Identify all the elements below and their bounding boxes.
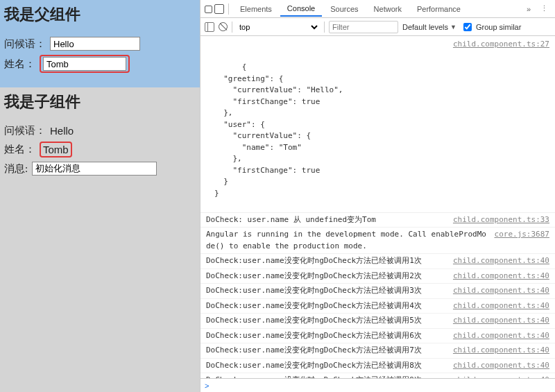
divider bbox=[228, 3, 229, 15]
log-source-link[interactable]: child.component.ts:27 bbox=[453, 39, 549, 51]
filter-input[interactable] bbox=[329, 21, 398, 33]
console-log-line: Angular is running in the development mo… bbox=[200, 228, 555, 254]
console-log-line: DoCheck:user.name没变化时ngDoCheck方法已经被调用5次c… bbox=[200, 314, 555, 329]
tab-network[interactable]: Network bbox=[367, 2, 409, 16]
tab-console[interactable]: Console bbox=[280, 1, 322, 17]
device-toggle-icon[interactable] bbox=[214, 4, 224, 14]
devtools-tabbar: Elements Console Sources Network Perform… bbox=[200, 0, 555, 18]
console-log-line: DoCheck:user.name没变化时ngDoCheck方法已经被调用9次c… bbox=[200, 373, 555, 378]
tab-elements[interactable]: Elements bbox=[233, 2, 279, 16]
log-object-text: { "greeting": { "currentValue": "Hello",… bbox=[214, 62, 343, 198]
log-source-link[interactable]: child.component.ts:40 bbox=[453, 360, 549, 372]
parent-greeting-input[interactable] bbox=[50, 37, 140, 51]
app-preview: 我是父组件 问候语： 姓名： 我是子组件 问候语： Hello 姓名： Tomb… bbox=[0, 0, 200, 392]
message-label: 消息: bbox=[4, 162, 28, 176]
log-message: DoCheck:user.name没变化时ngDoCheck方法已经被调用4次 bbox=[206, 300, 446, 312]
console-log-line: DoCheck:user.name没变化时ngDoCheck方法已经被调用6次c… bbox=[200, 329, 555, 344]
log-source-link[interactable]: child.component.ts:40 bbox=[453, 271, 549, 282]
kebab-icon[interactable]: ⋮ bbox=[536, 4, 552, 13]
console-log-line: DoCheck:user.name没变化时ngDoCheck方法已经被调用1次c… bbox=[200, 254, 555, 269]
child-greeting-value: Hello bbox=[50, 125, 74, 137]
parent-name-highlight bbox=[40, 55, 130, 73]
log-source-link[interactable]: child.component.ts:40 bbox=[453, 300, 549, 312]
parent-component: 我是父组件 问候语： 姓名： bbox=[0, 0, 200, 87]
name-label: 姓名： bbox=[4, 143, 35, 156]
more-tabs-icon[interactable]: » bbox=[522, 5, 535, 13]
parent-title: 我是父组件 bbox=[4, 0, 196, 35]
console-object-log: child.component.ts:27 { "greeting": { "c… bbox=[200, 36, 555, 213]
log-message: DoCheck:user.name没变化时ngDoCheck方法已经被调用5次 bbox=[206, 315, 446, 327]
child-message-row: 消息: bbox=[4, 160, 196, 178]
group-similar-checkbox[interactable] bbox=[463, 23, 472, 31]
log-source-link[interactable]: child.component.ts:40 bbox=[453, 315, 549, 327]
log-message: DoCheck:user.name没变化时ngDoCheck方法已经被调用8次 bbox=[206, 360, 446, 372]
console-output[interactable]: child.component.ts:27 { "greeting": { "c… bbox=[200, 36, 555, 378]
child-name-row: 姓名： Tomb bbox=[4, 139, 196, 160]
log-message: DoCheck:user.name没变化时ngDoCheck方法已经被调用1次 bbox=[206, 255, 446, 267]
console-prompt[interactable]: > bbox=[200, 378, 555, 392]
log-source-link[interactable]: core.js:3687 bbox=[495, 229, 549, 241]
console-log-line: DoCheck:user.name没变化时ngDoCheck方法已经被调用8次c… bbox=[200, 359, 555, 374]
parent-greeting-row: 问候语： bbox=[4, 35, 196, 53]
chevron-down-icon: ▼ bbox=[450, 24, 456, 31]
log-message: Angular is running in the development mo… bbox=[206, 229, 488, 252]
prompt-chevron-icon: > bbox=[205, 382, 209, 390]
console-log-line: DoCheck:user.name没变化时ngDoCheck方法已经被调用2次c… bbox=[200, 269, 555, 284]
child-greeting-row: 问候语： Hello bbox=[4, 122, 196, 139]
greeting-label: 问候语： bbox=[4, 37, 46, 51]
log-message: DoCheck:user.name没变化时ngDoCheck方法已经被调用3次 bbox=[206, 285, 446, 297]
tab-performance[interactable]: Performance bbox=[410, 2, 468, 16]
name-label: 姓名： bbox=[4, 58, 35, 71]
console-log-line: DoCheck:user.name没变化时ngDoCheck方法已经被调用4次c… bbox=[200, 299, 555, 314]
log-message: DoCheck:user.name没变化时ngDoCheck方法已经被调用7次 bbox=[206, 345, 446, 357]
console-toolbar: top Default levels ▼ Group similar bbox=[200, 18, 555, 36]
child-title: 我是子组件 bbox=[4, 87, 196, 122]
group-similar-toggle[interactable]: Group similar bbox=[461, 21, 521, 33]
tab-sources[interactable]: Sources bbox=[323, 2, 365, 16]
child-component: 我是子组件 问候语： Hello 姓名： Tomb 消息: bbox=[0, 87, 200, 190]
divider bbox=[324, 22, 325, 33]
log-message: DoCheck:user.name没变化时ngDoCheck方法已经被调用2次 bbox=[206, 271, 446, 282]
divider bbox=[232, 22, 232, 33]
log-source-link[interactable]: child.component.ts:40 bbox=[453, 255, 549, 267]
parent-name-row: 姓名： bbox=[4, 53, 196, 75]
console-log-line: DoCheck: user.name 从 undefined变为Tomchild… bbox=[200, 213, 555, 228]
log-message: DoCheck: user.name 从 undefined变为Tom bbox=[206, 214, 446, 226]
log-message: DoCheck:user.name没变化时ngDoCheck方法已经被调用6次 bbox=[206, 330, 446, 342]
context-selector[interactable]: top bbox=[237, 22, 320, 32]
log-source-link[interactable]: child.component.ts:33 bbox=[453, 214, 549, 226]
inspect-icon[interactable] bbox=[203, 4, 213, 14]
clear-console-icon[interactable] bbox=[219, 22, 228, 31]
sidebar-toggle-icon[interactable] bbox=[205, 22, 214, 32]
console-log-line: DoCheck:user.name没变化时ngDoCheck方法已经被调用3次c… bbox=[200, 284, 555, 299]
devtools-panel: Elements Console Sources Network Perform… bbox=[200, 0, 555, 392]
child-message-input[interactable] bbox=[32, 162, 157, 176]
console-log-line: DoCheck:user.name没变化时ngDoCheck方法已经被调用7次c… bbox=[200, 343, 555, 359]
log-source-link[interactable]: child.component.ts:40 bbox=[453, 330, 549, 342]
parent-name-input[interactable] bbox=[43, 57, 126, 71]
greeting-label: 问候语： bbox=[4, 124, 46, 137]
log-source-link[interactable]: child.component.ts:40 bbox=[453, 345, 549, 357]
log-source-link[interactable]: child.component.ts:40 bbox=[453, 285, 549, 297]
child-name-value: Tomb bbox=[40, 142, 72, 157]
log-levels-dropdown[interactable]: Default levels ▼ bbox=[402, 23, 456, 31]
